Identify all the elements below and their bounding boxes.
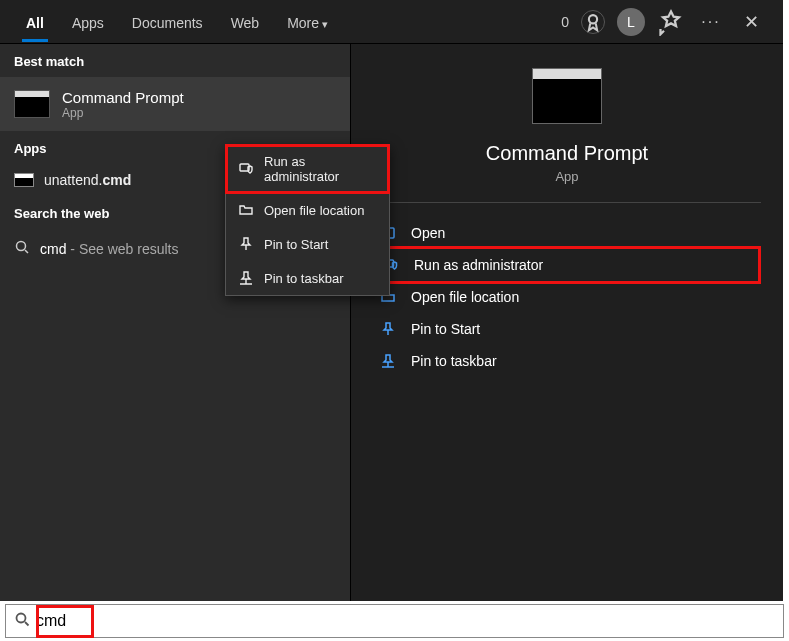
search-icon bbox=[14, 611, 30, 631]
details-subtitle: App bbox=[351, 169, 783, 184]
results-left-pane: Best match Command Prompt App Apps unatt… bbox=[0, 44, 350, 601]
search-window: All Apps Documents Web More 0 L ··· ✕ Be… bbox=[0, 0, 783, 601]
action-open[interactable]: Open bbox=[373, 217, 761, 249]
svg-point-1 bbox=[17, 242, 26, 251]
command-prompt-icon-large bbox=[532, 68, 602, 124]
search-icon bbox=[14, 239, 30, 258]
details-pane: Command Prompt App Open Run as administr… bbox=[350, 44, 783, 601]
tab-all[interactable]: All bbox=[12, 3, 58, 41]
pin-taskbar-icon bbox=[238, 270, 254, 286]
action-list: Open Run as administrator Open file loca… bbox=[351, 213, 783, 381]
action-pin-to-start[interactable]: Pin to Start bbox=[373, 313, 761, 345]
best-match-subtitle: App bbox=[62, 106, 184, 120]
web-search-text: cmd - See web results bbox=[40, 241, 179, 257]
details-title: Command Prompt bbox=[351, 142, 783, 165]
user-avatar[interactable]: L bbox=[617, 8, 645, 36]
header-right: 0 L ··· ✕ bbox=[561, 8, 771, 36]
action-open-file-location[interactable]: Open file location bbox=[373, 281, 761, 313]
folder-icon bbox=[238, 202, 254, 218]
label-best-match: Best match bbox=[0, 44, 350, 77]
action-run-as-admin[interactable]: Run as administrator bbox=[373, 246, 761, 284]
search-bar[interactable] bbox=[5, 604, 784, 638]
tab-documents[interactable]: Documents bbox=[118, 3, 217, 41]
pin-taskbar-icon bbox=[379, 353, 397, 369]
best-match-title: Command Prompt bbox=[62, 89, 184, 106]
action-pin-to-taskbar[interactable]: Pin to taskbar bbox=[373, 345, 761, 377]
svg-point-5 bbox=[17, 614, 26, 623]
context-open-file-location[interactable]: Open file location bbox=[226, 193, 389, 227]
rewards-points: 0 bbox=[561, 14, 569, 30]
pin-start-icon bbox=[238, 236, 254, 252]
close-icon[interactable]: ✕ bbox=[737, 8, 765, 36]
pin-start-icon bbox=[379, 321, 397, 337]
search-input[interactable] bbox=[36, 612, 775, 630]
app-result-text: unattend.cmd bbox=[44, 172, 131, 188]
feedback-icon[interactable] bbox=[657, 8, 685, 36]
context-run-as-admin[interactable]: Run as administrator bbox=[226, 145, 389, 193]
best-match-result[interactable]: Command Prompt App bbox=[0, 77, 350, 131]
divider bbox=[373, 202, 761, 203]
rewards-icon[interactable] bbox=[581, 10, 605, 34]
options-icon[interactable]: ··· bbox=[697, 8, 725, 36]
tab-apps[interactable]: Apps bbox=[58, 3, 118, 41]
tab-web[interactable]: Web bbox=[217, 3, 274, 41]
cmd-file-icon bbox=[14, 173, 34, 187]
search-scope-tabs: All Apps Documents Web More 0 L ··· ✕ bbox=[0, 0, 783, 44]
command-prompt-icon bbox=[14, 90, 50, 118]
svg-point-0 bbox=[589, 15, 597, 23]
context-menu: Run as administrator Open file location … bbox=[225, 144, 390, 296]
shield-icon bbox=[238, 161, 254, 177]
tab-more[interactable]: More bbox=[273, 3, 342, 41]
context-pin-to-start[interactable]: Pin to Start bbox=[226, 227, 389, 261]
context-pin-to-taskbar[interactable]: Pin to taskbar bbox=[226, 261, 389, 295]
